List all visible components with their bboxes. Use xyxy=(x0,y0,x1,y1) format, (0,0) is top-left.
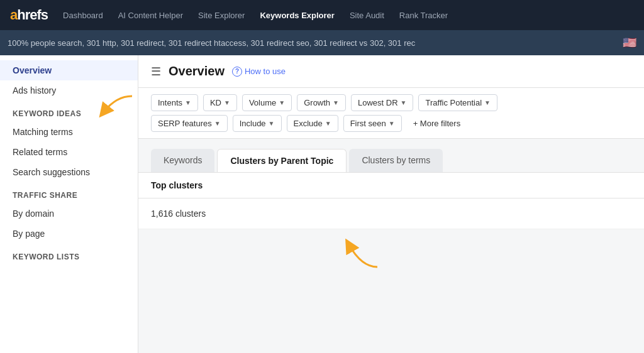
tab-clusters-parent-topic[interactable]: Clusters by Parent Topic xyxy=(217,149,347,172)
tabs-area: Keywords Clusters by Parent Topic Cluste… xyxy=(138,139,644,172)
filter-intents[interactable]: Intents ▼ xyxy=(151,94,198,111)
sidebar-section-keyword-ideas: Keyword ideas xyxy=(0,100,138,122)
logo[interactable]: ahrefs xyxy=(10,7,48,23)
sidebar-item-related-terms[interactable]: Related terms xyxy=(0,142,138,162)
filter-lowest-dr-label: Lowest DR xyxy=(358,98,398,107)
chevron-down-icon: ▼ xyxy=(333,99,339,106)
nav-rank-tracker[interactable]: Rank Tracker xyxy=(399,11,448,20)
filter-kd[interactable]: KD ▼ xyxy=(203,94,237,111)
top-nav: ahrefs Dashboard AI Content Helper Site … xyxy=(0,0,644,30)
chevron-down-icon: ▼ xyxy=(389,120,395,127)
nav-site-audit[interactable]: Site Audit xyxy=(350,11,384,20)
tab-clusters-terms[interactable]: Clusters by terms xyxy=(349,149,443,172)
nav-dashboard[interactable]: Dashboard xyxy=(63,11,103,20)
chevron-down-icon: ▼ xyxy=(185,99,191,106)
sidebar-item-search-suggestions[interactable]: Search suggestions xyxy=(0,162,138,182)
filter-traffic-potential[interactable]: Traffic Potential ▼ xyxy=(418,94,497,111)
nav-ai-content[interactable]: AI Content Helper xyxy=(118,11,183,20)
table-clusters-count: 1,616 clusters xyxy=(138,198,644,229)
search-keywords-text[interactable]: 100% people search, 301 http, 301 redire… xyxy=(8,38,618,48)
country-flag[interactable]: 🇺🇸 xyxy=(623,36,636,50)
sidebar-item-by-domain[interactable]: By domain xyxy=(0,204,138,224)
filters-bar: Intents ▼ KD ▼ Volume ▼ Growth ▼ xyxy=(138,88,644,139)
sidebar-item-ads-history[interactable]: Ads history xyxy=(0,80,138,100)
sidebar-item-overview[interactable]: Overview xyxy=(0,60,138,80)
how-to-use-button[interactable]: ? How to use xyxy=(232,67,286,77)
sidebar: Overview Ads history Keyword ideas Match… xyxy=(0,55,138,353)
more-filters-button[interactable]: + More filters xyxy=(407,115,467,132)
main-layout: Overview Ads history Keyword ideas Match… xyxy=(0,55,644,353)
search-bar: 100% people search, 301 http, 301 redire… xyxy=(0,30,644,55)
sidebar-item-by-page[interactable]: By page xyxy=(0,224,138,244)
filter-kd-label: KD xyxy=(210,98,221,107)
filter-growth-label: Growth xyxy=(304,98,330,107)
filter-first-seen[interactable]: First seen ▼ xyxy=(343,115,402,132)
filter-lowest-dr[interactable]: Lowest DR ▼ xyxy=(351,94,413,111)
table-area: Top clusters 1,616 clusters xyxy=(138,172,644,229)
chevron-down-icon: ▼ xyxy=(269,120,275,127)
filter-serp-features-label: SERP features xyxy=(158,119,212,128)
how-to-use-label: How to use xyxy=(245,67,286,76)
nav-keywords-explorer[interactable]: Keywords Explorer xyxy=(260,11,335,20)
page-title: Overview xyxy=(169,64,225,79)
sidebar-section-traffic-share: Traffic share xyxy=(0,182,138,204)
filter-include-label: Include xyxy=(240,119,266,128)
filter-volume-label: Volume xyxy=(249,98,276,107)
chevron-down-icon: ▼ xyxy=(325,120,331,127)
filter-exclude-label: Exclude xyxy=(294,119,323,128)
sidebar-item-matching-terms[interactable]: Matching terms xyxy=(0,122,138,142)
tab-keywords[interactable]: Keywords xyxy=(151,149,214,172)
filter-row-2: SERP features ▼ Include ▼ Exclude ▼ Firs… xyxy=(151,115,631,132)
filter-growth[interactable]: Growth ▼ xyxy=(297,94,346,111)
table-header: Top clusters xyxy=(138,173,644,198)
filter-traffic-potential-label: Traffic Potential xyxy=(425,98,482,107)
content-header: ☰ Overview ? How to use xyxy=(138,55,644,88)
filter-intents-label: Intents xyxy=(158,98,182,107)
sidebar-section-keyword-lists: Keyword lists xyxy=(0,244,138,265)
filter-volume[interactable]: Volume ▼ xyxy=(242,94,292,111)
chevron-down-icon: ▼ xyxy=(224,99,230,106)
tabs-row: Keywords Clusters by Parent Topic Cluste… xyxy=(151,149,631,172)
chevron-down-icon: ▼ xyxy=(401,99,407,106)
content-area: ☰ Overview ? How to use Intents ▼ KD ▼ xyxy=(138,55,644,353)
help-icon: ? xyxy=(232,67,242,77)
filter-serp-features[interactable]: SERP features ▼ xyxy=(151,115,228,132)
filter-include[interactable]: Include ▼ xyxy=(233,115,282,132)
chevron-down-icon: ▼ xyxy=(214,120,221,127)
filter-exclude[interactable]: Exclude ▼ xyxy=(287,115,338,132)
filter-first-seen-label: First seen xyxy=(350,119,386,128)
chevron-down-icon: ▼ xyxy=(279,99,285,106)
chevron-down-icon: ▼ xyxy=(484,99,491,106)
filter-row-1: Intents ▼ KD ▼ Volume ▼ Growth ▼ xyxy=(151,94,631,111)
hamburger-icon[interactable]: ☰ xyxy=(151,65,161,79)
nav-site-explorer[interactable]: Site Explorer xyxy=(198,11,245,20)
